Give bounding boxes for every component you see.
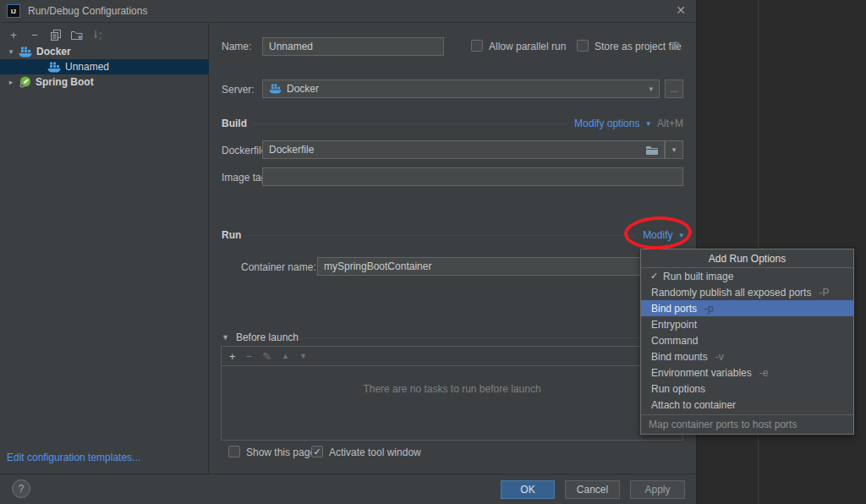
before-launch-toolbar: + − ✎ ▲ ▼: [222, 347, 682, 366]
sort-configurations-icon[interactable]: az: [92, 29, 104, 41]
spring-boot-icon: [19, 76, 31, 88]
cancel-button[interactable]: Cancel: [565, 480, 620, 499]
remove-task-icon[interactable]: −: [246, 350, 253, 363]
section-rule: [305, 337, 683, 338]
tree-item-unnamed[interactable]: Unnamed: [0, 59, 209, 74]
show-this-page-label: Show this page: [246, 446, 315, 458]
menu-item-attach-to-container[interactable]: Attach to container: [641, 397, 853, 413]
gear-icon[interactable]: ⚙: [671, 39, 682, 52]
before-launch-panel: + − ✎ ▲ ▼ There are no tasks to run befo…: [221, 346, 683, 441]
remove-configuration-icon[interactable]: −: [29, 29, 41, 41]
copy-configuration-icon[interactable]: [50, 29, 62, 41]
move-down-icon[interactable]: ▼: [299, 352, 307, 360]
help-button[interactable]: ?: [12, 479, 30, 498]
svg-text:z: z: [99, 36, 101, 41]
build-section-label: Build: [222, 118, 247, 129]
apply-button[interactable]: Apply: [630, 480, 685, 499]
server-combobox[interactable]: Docker ▾: [262, 79, 660, 98]
menu-item-randomly-publish[interactable]: Randomly publish all exposed ports -P: [641, 284, 853, 300]
title-bar: IJ Run/Debug Configurations ✕: [0, 0, 697, 23]
before-launch-header: ▼ Before launch: [222, 331, 683, 343]
tree-item-label: Unnamed: [65, 61, 109, 73]
menu-status-hint: Map container ports to host ports: [641, 414, 853, 434]
chevron-right-icon[interactable]: ▸: [6, 78, 16, 86]
run-section-label: Run: [222, 229, 241, 241]
dialog-footer: ? OK Cancel Apply: [0, 474, 697, 504]
build-section-header: Build Modify options ▾ Alt+M: [222, 118, 683, 129]
server-value: Docker: [287, 83, 319, 95]
folder-icon[interactable]: [646, 145, 658, 155]
move-up-icon[interactable]: ▲: [282, 352, 289, 360]
store-as-project-file-label: Store as project file: [595, 41, 682, 52]
show-this-page-checkbox[interactable]: [228, 446, 240, 457]
docker-icon: [19, 47, 32, 58]
activate-tool-window-label: Activate tool window: [329, 446, 421, 458]
sidebar-toolbar: + − az: [8, 27, 104, 42]
ok-button[interactable]: OK: [501, 480, 555, 499]
add-task-icon[interactable]: +: [229, 350, 236, 363]
menu-item-bind-mounts[interactable]: Bind mounts -v: [641, 348, 853, 364]
name-label: Name:: [222, 41, 251, 52]
new-folder-icon[interactable]: [71, 29, 83, 41]
section-rule: [254, 123, 567, 124]
check-icon: ✓: [313, 446, 321, 457]
modify-options-shortcut: Alt+M: [657, 118, 683, 129]
add-configuration-icon[interactable]: +: [8, 29, 19, 41]
menu-item-environment-variables[interactable]: Environment variables -e: [641, 364, 853, 381]
edit-configuration-templates-link[interactable]: Edit configuration templates...: [7, 452, 140, 463]
dockerfile-dropdown-button[interactable]: ▾: [665, 140, 683, 159]
tree-item-docker[interactable]: ▾ Docker: [0, 44, 209, 59]
chevron-down-icon[interactable]: ▾: [646, 119, 650, 128]
container-name-input[interactable]: [317, 257, 683, 276]
menu-item-command[interactable]: Command: [641, 332, 853, 348]
allow-parallel-run-label: Allow parallel run: [489, 41, 566, 52]
activate-tool-window-checkbox[interactable]: ✓: [311, 446, 323, 457]
chevron-down-icon: ▾: [649, 85, 653, 93]
intellij-logo-icon: IJ: [7, 4, 20, 18]
menu-item-bind-ports[interactable]: Bind ports -p: [641, 300, 853, 316]
collapse-triangle-icon[interactable]: ▼: [222, 333, 229, 342]
docker-icon: [47, 62, 61, 73]
menu-item-run-options[interactable]: Run options: [641, 381, 853, 397]
run-section-header: Run Modify ▾: [222, 229, 683, 241]
allow-parallel-run-checkbox[interactable]: [471, 40, 483, 52]
configurations-sidebar: + − az ▾ Docker Unnamed: [0, 24, 209, 474]
menu-item-entrypoint[interactable]: Entrypoint: [641, 316, 853, 332]
tree-item-label: Docker: [36, 46, 71, 58]
docker-icon: [269, 84, 282, 94]
menu-item-run-built-image[interactable]: ✓ Run built image: [641, 268, 853, 284]
menu-title: Add Run Options: [641, 249, 853, 268]
section-rule: [248, 235, 636, 236]
close-icon[interactable]: ✕: [676, 3, 686, 17]
chevron-down-icon[interactable]: ▾: [6, 47, 16, 56]
dockerfile-field[interactable]: Dockerfile: [262, 140, 665, 159]
container-name-label: Container name:: [241, 261, 316, 273]
check-icon: ✓: [650, 271, 663, 282]
tree-item-spring-boot[interactable]: ▸ Spring Boot: [0, 74, 209, 90]
dockerfile-value: Dockerfile: [269, 144, 314, 156]
tree-item-label: Spring Boot: [36, 76, 94, 88]
edit-task-icon[interactable]: ✎: [262, 350, 271, 363]
modify-options-link[interactable]: Modify options: [574, 118, 639, 129]
store-as-project-file-checkbox[interactable]: [577, 40, 589, 52]
image-tag-input[interactable]: [262, 167, 683, 186]
screen: IJ Run/Debug Configurations ✕ + − az ▾: [0, 0, 866, 504]
server-label: Server:: [222, 84, 255, 96]
browse-server-button[interactable]: ...: [665, 79, 683, 98]
dialog-title: Run/Debug Configurations: [28, 5, 147, 17]
svg-text:a: a: [99, 30, 102, 35]
name-input[interactable]: [262, 37, 444, 56]
before-launch-label: Before launch: [236, 331, 299, 343]
run-debug-configurations-dialog: IJ Run/Debug Configurations ✕ + − az ▾: [0, 0, 697, 504]
add-run-options-menu: Add Run Options ✓ Run built image Random…: [640, 249, 854, 435]
no-tasks-message: There are no tasks to run before launch: [222, 383, 682, 395]
